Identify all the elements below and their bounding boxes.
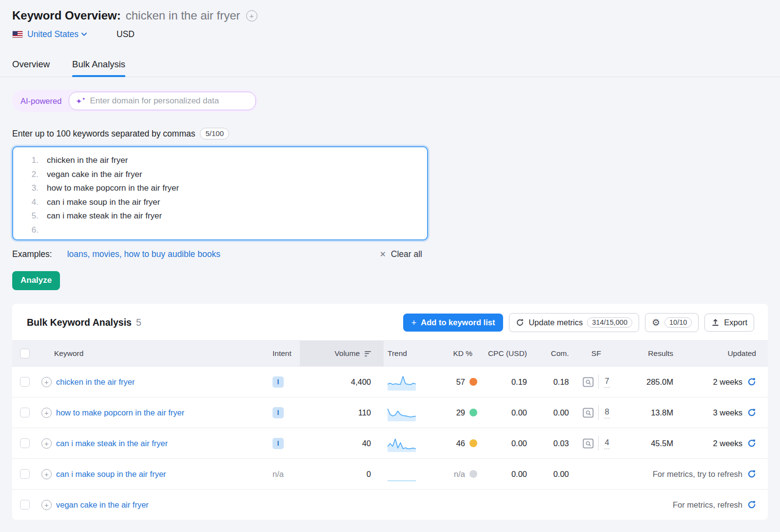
- column-intent[interactable]: Intent: [269, 341, 300, 366]
- volume-cell: 0: [300, 459, 384, 489]
- column-results[interactable]: Results: [620, 341, 677, 366]
- row-checkbox[interactable]: [20, 500, 30, 510]
- add-keyword-icon[interactable]: +: [41, 377, 52, 387]
- refresh-icon[interactable]: [747, 500, 756, 509]
- volume-cell: 110: [300, 397, 384, 428]
- volume-cell: 40: [300, 428, 384, 458]
- table-row: + can i make steak in the air fryer I 40…: [12, 428, 768, 458]
- keyword-link[interactable]: chicken in the air fryer: [56, 377, 135, 387]
- keyword-link[interactable]: vegan cake in the air fryer: [56, 500, 149, 510]
- keyword-overview-page: Keyword Overview: chicken in the air fry…: [0, 0, 780, 520]
- refresh-icon[interactable]: [747, 470, 756, 478]
- column-cpc[interactable]: CPC (USD): [481, 341, 534, 366]
- sf-cell: 4: [573, 428, 620, 458]
- close-icon: ✕: [379, 250, 386, 259]
- kd-cell: n/a: [433, 459, 481, 489]
- add-keyword-to-list-icon[interactable]: +: [246, 10, 257, 21]
- trend-sparkline: [384, 490, 433, 520]
- serp-features-icon[interactable]: [583, 408, 594, 418]
- serp-features-icon[interactable]: [583, 377, 594, 387]
- kd-value: 46: [456, 439, 465, 448]
- metrics-note: For metrics, try to refresh: [620, 459, 768, 489]
- add-keyword-icon[interactable]: +: [41, 438, 52, 449]
- sf-cell: [573, 459, 620, 489]
- keyword-link[interactable]: can i make steak in the air fryer: [56, 439, 168, 448]
- column-sf[interactable]: SF: [573, 341, 620, 366]
- row-checkbox[interactable]: [20, 469, 30, 479]
- column-com[interactable]: Com.: [534, 341, 573, 366]
- sf-count[interactable]: 4: [604, 437, 609, 450]
- keyword-line: 3.how to make popcorn in the air fryer: [22, 181, 418, 196]
- column-keyword[interactable]: Keyword: [38, 341, 269, 366]
- kd-cell: 46: [433, 428, 481, 458]
- keyword-link[interactable]: can i make soup in the air fryer: [56, 470, 166, 479]
- line-text: can i make soup in the air fryer: [47, 196, 160, 210]
- add-keyword-icon[interactable]: +: [41, 469, 52, 479]
- keywords-textarea[interactable]: 1.chicken in the air fryer2.vegan cake i…: [12, 146, 428, 240]
- intent-cell: [269, 490, 300, 520]
- updated-value: 2 weeks: [713, 439, 742, 448]
- sf-count[interactable]: 8: [604, 407, 609, 419]
- trend-sparkline: [384, 397, 433, 428]
- analyze-button[interactable]: Analyze: [12, 271, 60, 290]
- row-checkbox[interactable]: [20, 438, 30, 448]
- divider: [598, 405, 599, 420]
- updated-cell: 3 weeks: [677, 397, 768, 428]
- table-header: Keyword Intent Volume Trend KD % CPC (US…: [12, 340, 768, 366]
- location-row: United States USD: [12, 29, 768, 39]
- column-volume[interactable]: Volume: [300, 341, 384, 366]
- column-updated[interactable]: Updated: [677, 341, 768, 366]
- panel-count: 5: [136, 317, 141, 328]
- kd-value: 57: [456, 377, 465, 387]
- gear-icon: ⚙: [652, 318, 660, 327]
- clear-all-button[interactable]: ✕ Clear all: [379, 249, 422, 259]
- line-text: can i make steak in the air fryer: [47, 209, 162, 223]
- row-checkbox[interactable]: [20, 377, 30, 387]
- add-to-keyword-list-button[interactable]: + Add to keyword list: [403, 314, 504, 332]
- line-text: how to make popcorn in the air fryer: [47, 181, 179, 196]
- tab-overview[interactable]: Overview: [12, 54, 50, 77]
- metrics-note-text: For metrics, refresh: [673, 500, 742, 510]
- refresh-icon[interactable]: [747, 408, 756, 417]
- kd-dot: [469, 378, 477, 386]
- add-to-keyword-list-label: Add to keyword list: [421, 318, 495, 327]
- column-volume-label: Volume: [334, 349, 360, 358]
- export-label: Export: [724, 318, 747, 327]
- cpc-cell: 0.19: [481, 367, 534, 397]
- update-metrics-button[interactable]: Update metrics 314/15,000: [509, 313, 639, 332]
- kd-cell: [433, 490, 481, 520]
- ai-powered-badge: AI-powered: [12, 97, 69, 106]
- serp-features-icon[interactable]: [583, 438, 594, 449]
- line-number: 6.: [22, 223, 39, 237]
- line-text: chicken in the air fryer: [47, 154, 128, 168]
- sf-count[interactable]: 7: [604, 376, 609, 388]
- export-icon: [711, 318, 720, 327]
- export-button[interactable]: Export: [704, 314, 754, 332]
- tab-bulk-analysis[interactable]: Bulk Analysis: [72, 54, 125, 77]
- volume-cell: [300, 490, 384, 520]
- row-checkbox[interactable]: [20, 408, 30, 417]
- refresh-icon[interactable]: [747, 377, 756, 386]
- sf-cell: [573, 490, 620, 520]
- select-all-checkbox[interactable]: [20, 349, 30, 358]
- add-keyword-icon[interactable]: +: [41, 500, 52, 510]
- domain-input-wrap: ✦✦: [69, 92, 256, 110]
- column-trend[interactable]: Trend: [384, 341, 433, 366]
- settings-button[interactable]: ⚙ 10/10: [645, 313, 699, 332]
- updated-cell: 2 weeks: [677, 367, 768, 397]
- domain-input[interactable]: [90, 96, 248, 106]
- volume-cell: 4,400: [300, 367, 384, 397]
- kd-cell: 29: [433, 397, 481, 428]
- country-selector[interactable]: United States: [27, 29, 87, 39]
- examples-link[interactable]: loans, movies, how to buy audible books: [67, 249, 220, 259]
- line-text: vegan cake in the air fryer: [47, 168, 142, 182]
- add-keyword-icon[interactable]: +: [41, 408, 52, 418]
- column-kd[interactable]: KD %: [433, 341, 481, 366]
- updated-value: 3 weeks: [713, 408, 742, 417]
- updated-value: 2 weeks: [713, 377, 742, 387]
- refresh-icon[interactable]: [747, 439, 756, 448]
- keyword-line: 5.can i make steak in the air fryer: [22, 209, 418, 223]
- keyword-link[interactable]: how to make popcorn in the air fryer: [56, 408, 184, 417]
- page-title-keyword: chicken in the air fryer: [126, 9, 240, 22]
- com-cell: 0.00: [534, 459, 573, 489]
